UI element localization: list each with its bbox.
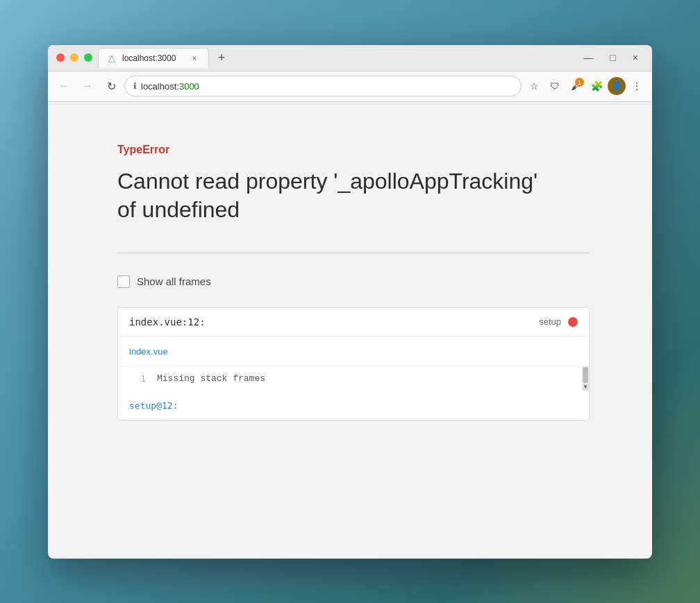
url-display: localhost:3000 [141, 81, 512, 92]
extension-badge: 1 [575, 78, 584, 87]
tab-title: localhost:3000 [122, 53, 183, 63]
frame-filename: index.vue:12: [129, 316, 206, 328]
shield-button[interactable]: 🛡 [545, 76, 565, 96]
tab-bar: △ localhost:3000 × + [98, 48, 572, 68]
show-all-frames-row: Show all frames [117, 275, 597, 288]
code-line-1: 1 Missing stack frames [118, 366, 589, 391]
code-area: 1 Missing stack frames ▼ [118, 366, 589, 391]
error-message: Cannot read property '_apolloAppTracking… [117, 167, 590, 225]
star-button[interactable]: ☆ [524, 76, 544, 96]
url-port: 3000 [179, 81, 199, 92]
info-icon: ℹ [133, 81, 137, 91]
new-tab-button[interactable]: + [212, 48, 231, 67]
frame-setup-label: setup [539, 316, 561, 327]
frame-meta: setup [539, 316, 578, 327]
error-type-label: TypeError [117, 144, 597, 156]
tab-close-button[interactable]: × [189, 53, 200, 64]
maximize-window-button[interactable] [84, 53, 92, 62]
extensions-button[interactable]: 🧩 [587, 76, 606, 96]
frame-file-section: index.vue [118, 337, 589, 366]
frame-file-name: index.vue [129, 346, 168, 357]
frame-setup-location: setup@12: [129, 400, 178, 411]
title-bar: △ localhost:3000 × + — □ × [48, 45, 652, 71]
back-button[interactable]: ← [53, 76, 74, 96]
refresh-button[interactable]: ↻ [101, 76, 122, 96]
frame-header: index.vue:12: setup [118, 308, 589, 337]
window-action-buttons: — □ × [578, 49, 644, 66]
line-number: 1 [129, 373, 146, 384]
show-all-frames-label: Show all frames [137, 275, 211, 287]
code-scrollbar[interactable]: ▼ [582, 366, 589, 391]
scroll-thumb [583, 367, 588, 384]
show-all-frames-checkbox[interactable] [117, 275, 130, 288]
minimize-window-button[interactable] [70, 53, 78, 62]
window-controls [56, 53, 92, 62]
close-button[interactable]: × [627, 49, 644, 66]
maximize-button[interactable]: □ [604, 49, 621, 66]
toolbar-icons: ☆ 🛡 🖌 1 🧩 👤 ⋮ [524, 76, 647, 96]
page-content-wrapper[interactable]: TypeError Cannot read property '_apolloA… [48, 102, 652, 559]
scroll-down-arrow[interactable]: ▼ [582, 384, 589, 390]
url-prefix: localhost: [141, 81, 179, 92]
extension-badge-button[interactable]: 🖌 1 [566, 76, 585, 96]
address-input[interactable]: ℹ localhost:3000 [124, 76, 522, 96]
browser-window: △ localhost:3000 × + — □ × ← → ↻ ℹ local… [48, 45, 652, 559]
forward-button[interactable]: → [77, 76, 98, 96]
active-tab[interactable]: △ localhost:3000 × [98, 48, 209, 68]
error-message-line1: Cannot read property '_apolloAppTracking… [117, 169, 538, 194]
menu-button[interactable]: ⋮ [627, 76, 647, 96]
tab-favicon-icon: △ [107, 53, 117, 63]
page-content: TypeError Cannot read property '_apolloA… [48, 102, 652, 462]
frame-card: index.vue:12: setup index.vue 1 Missing … [117, 307, 590, 421]
address-bar: ← → ↻ ℹ localhost:3000 ☆ 🛡 🖌 1 🧩 👤 ⋮ [48, 71, 652, 102]
avatar[interactable]: 👤 [608, 77, 626, 95]
minimize-button[interactable]: — [578, 49, 599, 66]
frame-footer: setup@12: [118, 391, 589, 420]
code-text: Missing stack frames [157, 373, 265, 384]
error-indicator-dot [568, 317, 578, 327]
close-window-button[interactable] [56, 53, 65, 62]
error-message-line2: of undefined [117, 197, 240, 222]
divider [117, 253, 590, 253]
